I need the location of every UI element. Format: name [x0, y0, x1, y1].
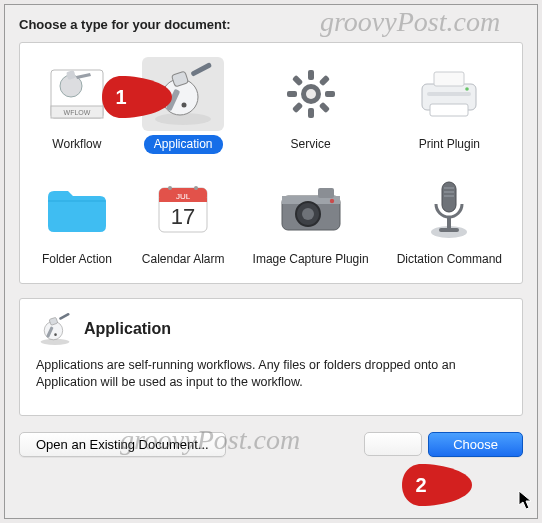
svg-rect-41 [447, 216, 451, 228]
type-folder-action[interactable]: Folder Action [30, 172, 124, 269]
type-service[interactable]: Service [243, 57, 379, 154]
close-button[interactable] [364, 432, 422, 456]
camera-icon [278, 184, 344, 234]
workflow-icon: WFLOW [45, 62, 109, 126]
svg-point-37 [302, 208, 314, 220]
svg-point-10 [182, 103, 187, 108]
description-body: Applications are self-running workflows.… [36, 357, 506, 391]
type-workflow[interactable]: WFLOW Workflow [30, 57, 124, 154]
svg-rect-18 [291, 102, 302, 113]
type-label: Folder Action [32, 250, 122, 269]
svg-rect-35 [318, 188, 334, 198]
svg-text:WFLOW: WFLOW [63, 109, 90, 116]
svg-text:JUL: JUL [176, 192, 191, 201]
svg-rect-15 [287, 91, 297, 97]
svg-rect-40 [442, 182, 456, 212]
svg-point-25 [466, 87, 470, 91]
svg-rect-42 [439, 228, 459, 232]
svg-point-51 [54, 333, 57, 336]
type-grid-panel: WFLOW Workflow [19, 42, 523, 284]
type-dictation-command[interactable]: Dictation Command [387, 172, 512, 269]
svg-rect-22 [434, 72, 464, 86]
choose-button[interactable]: Choose [428, 432, 523, 457]
type-label: Calendar Alarm [132, 250, 235, 269]
type-label: Dictation Command [387, 250, 512, 269]
svg-rect-19 [291, 75, 302, 86]
calendar-icon: JUL 17 [154, 180, 212, 238]
printer-icon [416, 66, 482, 122]
svg-rect-20 [318, 102, 329, 113]
application-icon [146, 59, 220, 129]
type-print-plugin[interactable]: Print Plugin [387, 57, 512, 154]
svg-rect-23 [430, 104, 468, 116]
description-panel: Application Applications are self-runnin… [19, 298, 523, 416]
svg-text:17: 17 [171, 204, 195, 229]
dialog-heading: Choose a type for your document: [19, 17, 523, 32]
type-label: Workflow [42, 135, 111, 154]
type-label: Print Plugin [409, 135, 490, 154]
description-title: Application [84, 320, 171, 338]
type-image-capture-plugin[interactable]: Image Capture Plugin [243, 172, 379, 269]
type-label: Image Capture Plugin [243, 250, 379, 269]
microphone-icon [427, 178, 471, 240]
svg-rect-14 [308, 108, 314, 118]
cursor-icon [518, 490, 534, 510]
svg-point-32 [194, 186, 198, 190]
folder-icon [44, 183, 110, 235]
type-calendar-alarm[interactable]: JUL 17 Calendar Alarm [132, 172, 235, 269]
svg-rect-8 [191, 62, 213, 77]
svg-rect-13 [308, 70, 314, 80]
svg-rect-49 [59, 313, 70, 321]
svg-rect-17 [318, 75, 329, 86]
svg-rect-16 [325, 91, 335, 97]
svg-rect-24 [427, 92, 471, 96]
service-icon [281, 64, 341, 124]
application-icon [36, 311, 74, 347]
type-application[interactable]: Application [132, 57, 235, 154]
type-label: Service [281, 135, 341, 154]
svg-point-12 [306, 89, 316, 99]
open-existing-button[interactable]: Open an Existing Document... [19, 432, 226, 457]
svg-point-31 [168, 186, 172, 190]
svg-point-38 [329, 199, 333, 203]
type-label: Application [144, 135, 223, 154]
